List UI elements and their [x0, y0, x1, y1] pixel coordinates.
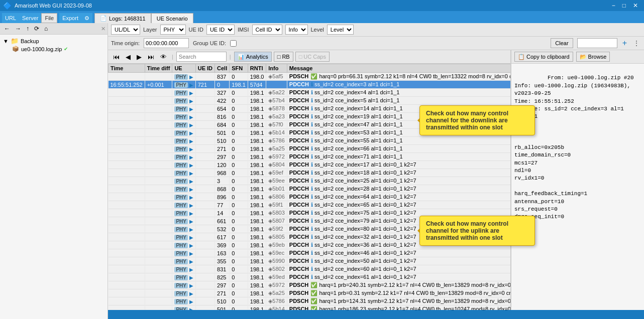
table-row[interactable]: PHY ▶2970198.1◈5972PDCCHℹ ss_id=2 cce_in…: [109, 153, 511, 161]
rb-button[interactable]: □ RB: [274, 52, 293, 62]
cell-id-select[interactable]: Cell ID: [252, 25, 282, 35]
close-button[interactable]: ✕: [630, 2, 641, 9]
msg-icon: ℹ: [311, 234, 314, 240]
msg-icon: ℹ: [311, 153, 314, 160]
table-row[interactable]: PHY ▶770198.1◈59f1PDCCHℹ ss_id=2 cce_ind…: [109, 201, 511, 209]
msg-icon: ℹ: [311, 226, 314, 232]
table-row[interactable]: PHY ▶3550198.1◈5990PDCCHℹ ss_id=2 cce_in…: [109, 257, 511, 265]
table-row[interactable]: PHY ▶9680198.1◈59efPDCCHℹ ss_id=2 cce_in…: [109, 169, 511, 177]
ue-scenario-tab[interactable]: UE Scenario: [151, 13, 193, 23]
sidebar-home-button[interactable]: ⌂: [42, 24, 50, 33]
settings-tab[interactable]: ⚙: [81, 13, 92, 23]
group-ue-id-checkbox[interactable]: [230, 40, 237, 47]
table-row[interactable]: PHY ▶8250198.1◈59edPDCCHℹ ss_id=2 cce_in…: [109, 273, 511, 281]
info-panel-toolbar: 📋 Copy to clipboard 📂 Browse: [511, 50, 644, 64]
scroll-bottom-button[interactable]: ⏭: [146, 52, 156, 62]
sidebar-forward-button[interactable]: →: [13, 24, 23, 33]
table-row[interactable]: PHY ▶8960198.1◈5806PDCCHℹ ss_id=2 cce_in…: [109, 193, 511, 201]
time-origin-input[interactable]: [144, 38, 189, 48]
msg-icon: ℹ: [311, 105, 314, 111]
table-row[interactable]: PHY ▶2710198.1◈5a25PDSCH✅ harq=1 prb=0.3…: [109, 289, 511, 297]
msg-icon: ℹ: [311, 242, 314, 248]
sidebar-tree: ▼ 📁 Backup 📦 ue0-1000.log.zip ✔: [0, 35, 108, 319]
phy-badge: PHY: [174, 243, 188, 248]
table-row[interactable]: PHY ▶3270198.1◈5a22PDCCHℹ ss_id=2 cce_in…: [109, 89, 511, 97]
phy-badge: PHY: [174, 74, 188, 80]
channel-label: PDCCH: [289, 97, 309, 103]
msg-icon: ℹ: [311, 250, 314, 256]
filter-input[interactable]: [577, 38, 617, 48]
chart-icon: 📊: [238, 54, 245, 60]
ul-dl-select[interactable]: UL/DLULDL: [111, 25, 140, 35]
table-row[interactable]: PHY ▶8310198.1◈5802PDCCHℹ ss_id=2 cce_in…: [109, 265, 511, 273]
uc-button[interactable]: □ UC Caps: [295, 52, 330, 62]
logfile-label: ue0-1000.log.zip: [21, 46, 62, 52]
table-row[interactable]: PHY ▶5100198.1◈5786PDSCH✅ harq=1 prb=124…: [109, 297, 511, 305]
scroll-top-button[interactable]: ⏮: [111, 52, 122, 62]
sidebar-item-backup[interactable]: ▼ 📁 Backup: [2, 37, 105, 45]
rb-label: RB: [282, 54, 289, 60]
ue-scenario-label: UE Scenario: [157, 16, 188, 22]
sidebar-up-button[interactable]: ↑: [24, 24, 31, 33]
clear-button[interactable]: Clear: [551, 38, 573, 48]
channel-label: PDCCH: [289, 274, 309, 280]
eye-button[interactable]: 👁: [158, 52, 169, 62]
msg-icon: ℹ: [311, 194, 314, 200]
channel-label: PDCCH: [289, 242, 309, 248]
scroll-next-button[interactable]: ▶: [135, 52, 144, 62]
time-origin-label: Time origin:: [111, 40, 140, 46]
log-area: ⏮ ◀ ▶ ⏭ 👁 | | 📊 Analytics □ RB: [108, 50, 644, 310]
add-filter-button[interactable]: +: [621, 39, 628, 48]
table-row[interactable]: PHY ▶4220198.1◈57b4PDCCHℹ ss_id=2 cce_in…: [109, 97, 511, 105]
table-row[interactable]: PHY ▶8370198.0◈5af5PDSCH✅ harq=0 prb=66.…: [109, 73, 511, 81]
phy-badge: PHY: [174, 179, 188, 184]
level-select[interactable]: Level: [327, 25, 354, 35]
folder-icon: 📁: [11, 37, 19, 45]
phy-badge: PHY: [174, 163, 188, 168]
phy-badge: PHY: [174, 251, 188, 256]
search-input[interactable]: [176, 52, 227, 62]
sidebar-close-button[interactable]: ✕: [101, 26, 105, 32]
msg-icon: ✅: [310, 306, 319, 310]
file-tab[interactable]: File: [41, 13, 57, 23]
msg-icon: ℹ: [311, 178, 314, 184]
group-ue-id-label: Group UE ID:: [193, 40, 226, 46]
table-row[interactable]: PHY ▶8680198.1◈5b01PDCCHℹ ss_id=2 cce_in…: [109, 185, 511, 193]
phy-badge: PHY: [174, 227, 188, 232]
sidebar-back-button[interactable]: ←: [2, 24, 12, 33]
table-row[interactable]: 16:55:51.252+0.001PHY ▶7210198.157d4PDCC…: [109, 81, 511, 89]
table-row[interactable]: PHY ▶1200198.1◈5804PDCCHℹ ss_id=2 cce_in…: [109, 161, 511, 169]
channel-label: PDCCH: [289, 89, 309, 95]
ue-id-select[interactable]: UE ID: [206, 25, 235, 35]
channel-label: PDCCH: [289, 162, 309, 168]
info-select[interactable]: Info: [285, 25, 308, 35]
minimize-button[interactable]: −: [609, 2, 618, 9]
table-row[interactable]: PHY ▶2970198.1◈5972PDSCH✅ harq=1 prb=240…: [109, 281, 511, 289]
phy-badge: PHY: [174, 138, 188, 144]
table-row[interactable]: PHY ▶30198.1◈59eePDCCHℹ ss_id=2 cce_inde…: [109, 177, 511, 185]
layer-select[interactable]: PHYMACRLC: [160, 25, 186, 35]
msg-icon: ℹ: [311, 137, 314, 143]
maximize-button[interactable]: □: [619, 2, 629, 9]
analytics-button[interactable]: 📊 Analytics: [234, 52, 272, 62]
msg-icon: ℹ: [311, 145, 314, 151]
logs-icon: 📄: [100, 15, 107, 22]
copy-to-clipboard-button[interactable]: 📋 Copy to clipboard: [514, 52, 573, 62]
browse-button[interactable]: 📂 Browse: [576, 52, 610, 62]
channel-label: PDSCH: [289, 282, 309, 288]
phy-badge: PHY: [174, 146, 188, 152]
scroll-prev-button[interactable]: ◀: [124, 52, 133, 62]
logs-tab[interactable]: 📄 Logs: 1468311: [94, 13, 151, 23]
table-row[interactable]: PHY ▶2710198.1◈5a25PDCCHℹ ss_id=2 cce_in…: [109, 145, 511, 153]
sidebar-toggle-button[interactable]: URL: [2, 13, 19, 23]
more-options-button[interactable]: ⋮: [632, 39, 641, 47]
channel-label: PDCCH: [289, 210, 309, 216]
table-row[interactable]: PHY ▶1630198.1◈59ecPDCCHℹ ss_id=2 cce_in…: [109, 249, 511, 257]
col-header-msg: Message: [287, 64, 510, 73]
table-row[interactable]: PHY ▶5100198.1◈5786PDCCHℹ ss_id=2 cce_in…: [109, 137, 511, 145]
sidebar-item-logfile[interactable]: 📦 ue0-1000.log.zip ✔: [2, 45, 105, 53]
export-tab[interactable]: Export: [59, 13, 81, 23]
server-tab[interactable]: Server: [19, 13, 41, 23]
sidebar-refresh-button[interactable]: ⟳: [32, 24, 41, 33]
table-row[interactable]: PHY ▶5010198.1◈5b14PDSCH✅ harq=1 prb=186…: [109, 305, 511, 310]
